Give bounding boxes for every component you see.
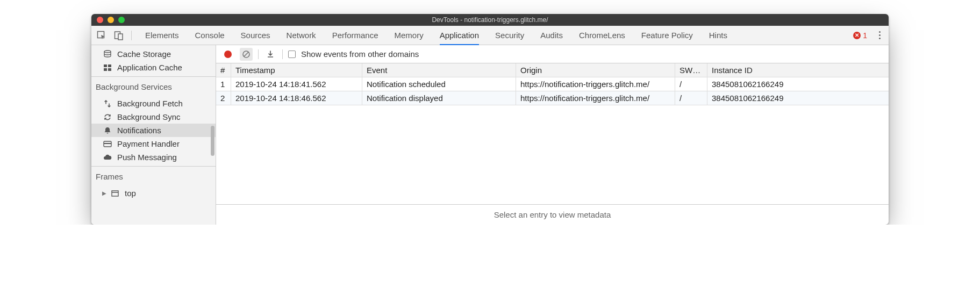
svg-rect-2 — [118, 34, 123, 40]
toolbar-separator — [258, 49, 259, 59]
svg-rect-10 — [112, 191, 118, 196]
sidebar-item-payment-handler[interactable]: Payment Handler — [91, 137, 216, 150]
svg-rect-9 — [104, 143, 111, 144]
devtools-window: DevTools - notification-triggers.glitch.… — [91, 14, 889, 225]
row-number: 1 — [216, 77, 231, 91]
table-body: 1 2019-10-24 14:18:41.562 Notification s… — [216, 77, 889, 204]
sync-icon — [103, 113, 112, 121]
error-indicator[interactable]: ✕ 1 — [853, 31, 867, 40]
window-title: DevTools - notification-triggers.glitch.… — [91, 16, 889, 24]
col-number[interactable]: # — [216, 63, 231, 77]
row-number: 2 — [216, 91, 231, 105]
tabs-list: Elements Console Sources Network Perform… — [132, 26, 847, 45]
sidebar-item-background-fetch[interactable]: Background Fetch — [91, 97, 216, 110]
sidebar-item-push-messaging[interactable]: Push Messaging — [91, 150, 216, 164]
row-event: Notification scheduled — [362, 77, 516, 91]
tab-console[interactable]: Console — [195, 26, 225, 44]
tab-audits[interactable]: Audits — [540, 26, 563, 44]
sidebar-item-application-cache[interactable]: Application Cache — [91, 61, 216, 74]
record-button[interactable] — [221, 48, 234, 61]
bgfetch-icon — [103, 99, 112, 108]
tab-hints[interactable]: Hints — [709, 26, 727, 44]
sidebar-scrollbar[interactable] — [211, 126, 214, 156]
svg-point-3 — [104, 51, 111, 53]
sidebar-item-label: Cache Storage — [117, 49, 171, 59]
detail-hint: Select an entry to view metadata — [216, 205, 889, 225]
sidebar-item-label: Push Messaging — [117, 153, 177, 162]
events-table: # Timestamp Event Origin SW … Instance I… — [216, 63, 889, 205]
sidebar-bg-header: Background Services — [91, 76, 216, 95]
col-timestamp[interactable]: Timestamp — [231, 63, 362, 77]
tab-performance[interactable]: Performance — [332, 26, 378, 44]
sidebar-item-background-sync[interactable]: Background Sync — [91, 110, 216, 124]
sidebar-item-label: Notifications — [117, 126, 161, 135]
sidebar-item-notifications[interactable]: Notifications — [91, 124, 216, 137]
download-icon — [266, 50, 275, 59]
body: Cache Storage Application Cache Backgrou… — [91, 45, 889, 225]
sidebar-item-frame-top[interactable]: ▶ top — [91, 186, 216, 200]
row-instance: 3845081062166249 — [707, 91, 889, 105]
bell-icon — [103, 126, 112, 135]
download-button[interactable] — [264, 48, 277, 61]
toolbar: Show events from other domains — [216, 45, 889, 63]
clear-icon — [242, 50, 251, 59]
more-menu-icon[interactable] — [876, 31, 883, 39]
row-origin: https://notification-triggers.glitch.me/ — [516, 77, 675, 91]
tab-memory[interactable]: Memory — [395, 26, 424, 44]
table-header-row: # Timestamp Event Origin SW … Instance I… — [216, 63, 889, 77]
col-origin[interactable]: Origin — [516, 63, 675, 77]
tab-security[interactable]: Security — [495, 26, 524, 44]
record-icon — [224, 51, 232, 58]
sidebar-storage-section: Cache Storage Application Cache — [91, 45, 216, 76]
card-icon — [103, 140, 112, 148]
error-icon: ✕ — [853, 32, 861, 39]
toolbar-separator — [282, 49, 283, 59]
row-instance: 3845081062166249 — [707, 77, 889, 91]
sidebar-item-label: Background Fetch — [117, 99, 183, 108]
sidebar-frames-header: Frames — [91, 166, 216, 184]
chevron-right-icon: ▶ — [102, 190, 106, 196]
sidebar-item-label: Payment Handler — [117, 139, 180, 148]
tab-application[interactable]: Application — [440, 26, 479, 45]
row-origin: https://notification-triggers.glitch.me/ — [516, 91, 675, 105]
row-event: Notification displayed — [362, 91, 516, 105]
tabs-row: Elements Console Sources Network Perform… — [91, 26, 889, 45]
sidebar-item-label: top — [125, 189, 136, 198]
table-row[interactable]: 1 2019-10-24 14:18:41.562 Notification s… — [216, 77, 889, 91]
svg-line-13 — [244, 52, 248, 56]
device-toggle-icon[interactable] — [114, 31, 124, 40]
tab-elements[interactable]: Elements — [145, 26, 179, 44]
clear-button[interactable] — [240, 48, 253, 61]
tab-sources[interactable]: Sources — [241, 26, 270, 44]
show-events-checkbox[interactable] — [288, 51, 296, 58]
tab-feature-policy[interactable]: Feature Policy — [641, 26, 693, 44]
sidebar-item-cache-storage[interactable]: Cache Storage — [91, 47, 216, 61]
titlebar: DevTools - notification-triggers.glitch.… — [91, 14, 889, 26]
col-event[interactable]: Event — [362, 63, 516, 77]
col-instance[interactable]: Instance ID — [707, 63, 889, 77]
tab-chromelens[interactable]: ChromeLens — [579, 26, 625, 44]
appcache-icon — [103, 63, 112, 72]
cloud-icon — [103, 153, 112, 162]
inspect-element-icon[interactable] — [97, 31, 106, 40]
sidebar: Cache Storage Application Cache Backgrou… — [91, 45, 216, 225]
row-sw: / — [675, 77, 707, 91]
tabs-left-icons — [97, 31, 132, 40]
tab-network[interactable]: Network — [287, 26, 316, 44]
show-events-label: Show events from other domains — [301, 49, 419, 59]
sidebar-frames-section: ▶ top — [91, 184, 216, 202]
col-sw-scope[interactable]: SW … — [675, 63, 707, 77]
row-sw: / — [675, 91, 707, 105]
svg-rect-5 — [108, 64, 111, 67]
table-row[interactable]: 2 2019-10-24 14:18:46.562 Notification d… — [216, 91, 889, 105]
svg-rect-6 — [104, 68, 107, 71]
database-icon — [103, 50, 112, 59]
frame-icon — [111, 189, 119, 198]
error-count: 1 — [863, 31, 867, 40]
svg-rect-4 — [104, 64, 107, 67]
main-panel: Show events from other domains # Timesta… — [216, 45, 889, 225]
sidebar-item-label: Background Sync — [117, 112, 181, 121]
row-timestamp: 2019-10-24 14:18:41.562 — [231, 77, 362, 91]
svg-rect-7 — [108, 68, 111, 71]
tabs-right: ✕ 1 — [847, 31, 883, 40]
